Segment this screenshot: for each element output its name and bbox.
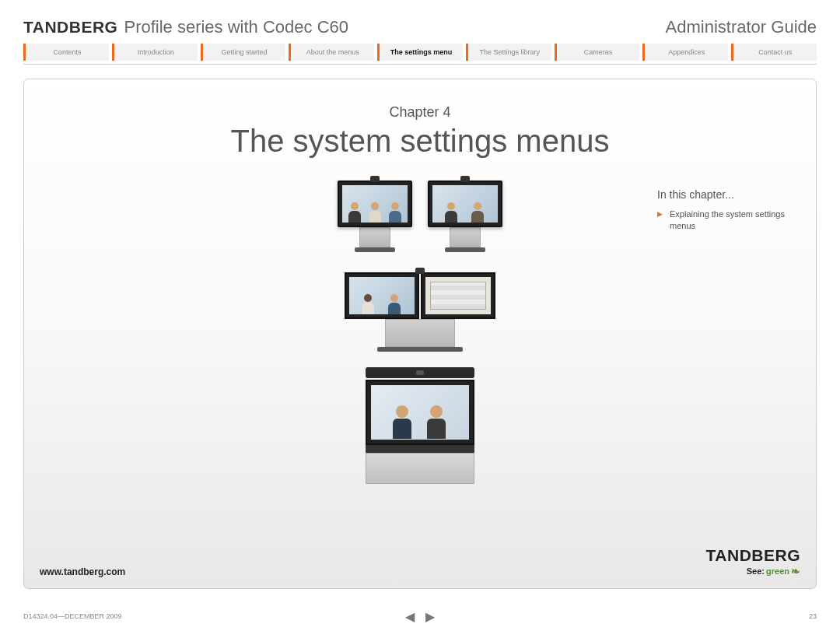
next-page-arrow-icon[interactable]: ▶ [425,609,435,624]
tab-the-settings-menu[interactable]: The settings menu [377,44,463,61]
box-footer: www.tandberg.com TANDBERG See: green ❧ [40,546,800,577]
tab-getting-started[interactable]: Getting started [201,44,286,61]
chapter-label: Chapter 4 [40,104,800,121]
device-dual [345,268,495,352]
brand-logo: TANDBERG [23,18,117,37]
page-number: 23 [809,612,817,620]
see-green-tagline: See: green ❧ [706,565,800,577]
toc-item-explaining[interactable]: Explaining the system settings menus [657,209,797,233]
website-url[interactable]: www.tandberg.com [40,566,125,577]
device-large [366,367,474,484]
tab-about-the-menus[interactable]: About the menus [289,44,374,61]
device-single-left [338,176,412,252]
toc-heading: In this chapter... [657,188,797,201]
tab-appendices[interactable]: Appendices [642,44,728,61]
device-illustrations [303,176,537,484]
tab-introduction[interactable]: Introduction [112,44,198,61]
nav-arrows: ◀ ▶ [405,609,435,624]
doc-id: D14324.04—DECEMBER 2009 [23,612,122,620]
divider [23,64,817,65]
series-title: Profile series with Codec C60 [124,17,348,37]
see-label: See: [747,566,765,576]
tab-contents[interactable]: Contents [23,44,109,61]
leaf-icon: ❧ [791,565,800,577]
tab-contact-us[interactable]: Contact us [731,44,817,61]
device-single-right [428,176,502,252]
chapter-content-box: Chapter 4 The system settings menus [23,79,817,589]
page-footer: D14324.04—DECEMBER 2009 ◀ ▶ 23 [23,612,817,620]
green-label: green [766,566,789,576]
device-row-top [338,176,502,252]
page-header: TANDBERG Profile series with Codec C60 A… [23,17,817,37]
in-this-chapter-box: In this chapter... Explaining the system… [657,188,797,233]
tab-bar: Contents Introduction Getting started Ab… [23,44,817,61]
tab-cameras[interactable]: Cameras [555,44,640,61]
prev-page-arrow-icon[interactable]: ◀ [405,609,415,624]
footer-brand: TANDBERG [706,546,800,565]
tab-the-settings-library[interactable]: The Settings library [466,44,551,61]
chapter-title: The system settings menus [40,124,800,159]
guide-title: Administrator Guide [666,17,817,37]
